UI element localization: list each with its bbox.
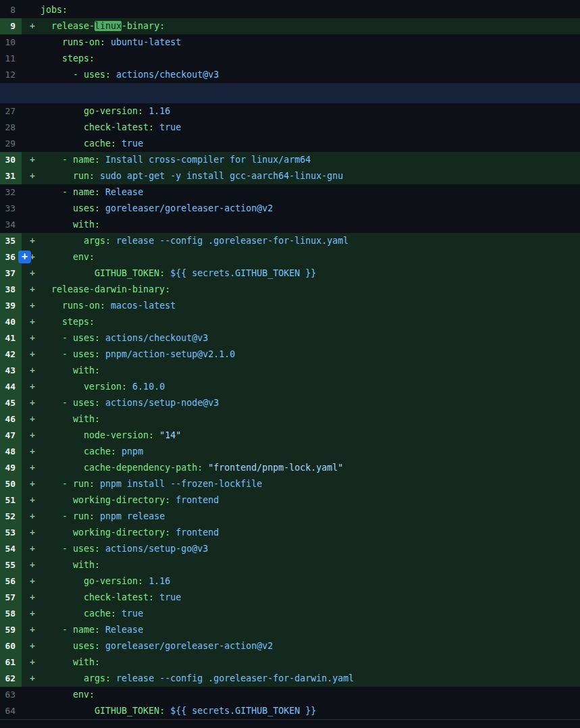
diff-marker bbox=[22, 2, 41, 18]
diff-line: 28 check-latest: true bbox=[0, 120, 580, 136]
yaml-key: with: bbox=[73, 560, 100, 570]
line-number[interactable]: 28 bbox=[0, 120, 22, 136]
code-content: cache: pnpm bbox=[41, 444, 143, 460]
line-number[interactable]: 50 bbox=[0, 476, 22, 492]
diff-line: 48+ cache: pnpm bbox=[0, 444, 580, 460]
yaml-value: macos-latest bbox=[111, 301, 176, 311]
separator-space bbox=[111, 70, 116, 80]
line-number[interactable]: 10 bbox=[0, 34, 22, 51]
yaml-key: check-latest: bbox=[84, 122, 154, 132]
separator-space bbox=[165, 706, 170, 716]
line-number[interactable]: 41 bbox=[0, 330, 22, 346]
line-number[interactable]: 53 bbox=[0, 525, 22, 541]
yaml-key: version: bbox=[84, 382, 127, 392]
indent-whitespace bbox=[41, 592, 84, 602]
diff-line: 10 runs-on: ubuntu-latest bbox=[0, 34, 580, 51]
yaml-value: pnpm bbox=[122, 446, 143, 457]
line-number[interactable]: 54 bbox=[0, 541, 22, 557]
separator-space bbox=[170, 495, 176, 505]
diff-marker bbox=[22, 201, 41, 217]
diff-marker: + bbox=[22, 346, 41, 363]
indent-whitespace bbox=[41, 70, 73, 80]
indent-whitespace bbox=[41, 138, 84, 149]
yaml-value: pnpm release bbox=[100, 511, 165, 521]
diff-marker: + bbox=[22, 395, 41, 411]
line-number[interactable]: 51 bbox=[0, 492, 22, 509]
line-number[interactable]: 8 bbox=[0, 2, 22, 18]
diff-line: 61+ with: bbox=[0, 654, 580, 671]
diff-marker: + bbox=[22, 573, 41, 590]
line-number[interactable]: 43 bbox=[0, 363, 22, 379]
line-number[interactable]: 59 bbox=[0, 622, 22, 638]
yaml-sequence-dash: - bbox=[62, 511, 73, 521]
line-number[interactable]: 33 bbox=[0, 201, 22, 217]
diff-line: 40+ steps: bbox=[0, 314, 580, 330]
line-number[interactable]: 49 bbox=[0, 460, 22, 476]
code-content: go-version: 1.16 bbox=[41, 103, 170, 120]
code-content: jobs: bbox=[41, 2, 68, 18]
code-content: check-latest: true bbox=[41, 120, 181, 136]
indent-whitespace bbox=[41, 511, 62, 521]
line-number[interactable]: 64 bbox=[0, 703, 22, 719]
line-number[interactable]: 60 bbox=[0, 638, 22, 654]
line-number[interactable]: 32 bbox=[0, 184, 22, 201]
line-number[interactable]: 52 bbox=[0, 509, 22, 525]
code-content: with: bbox=[41, 217, 100, 233]
line-number[interactable]: 40 bbox=[0, 314, 22, 330]
line-number[interactable]: 58 bbox=[0, 606, 22, 622]
diff-line: 27 go-version: 1.16 bbox=[0, 103, 580, 120]
separator-space bbox=[116, 138, 122, 149]
yaml-key: with: bbox=[73, 219, 100, 230]
yaml-sequence-dash: - bbox=[62, 333, 73, 343]
diff-line: 58+ cache: true bbox=[0, 606, 580, 622]
line-number[interactable]: 47 bbox=[0, 427, 22, 444]
code-content: - uses: actions/setup-go@v3 bbox=[41, 541, 208, 557]
line-number[interactable]: 12 bbox=[0, 67, 22, 83]
line-number[interactable]: 56 bbox=[0, 573, 22, 590]
line-number[interactable]: 57 bbox=[0, 590, 22, 606]
yaml-value: 1.16 bbox=[149, 576, 170, 586]
line-number[interactable]: 55 bbox=[0, 557, 22, 573]
yaml-value: true bbox=[122, 138, 143, 149]
line-number[interactable]: 42 bbox=[0, 346, 22, 363]
indent-whitespace bbox=[41, 382, 84, 392]
line-number[interactable]: 45 bbox=[0, 395, 22, 411]
line-number[interactable]: 11 bbox=[0, 51, 22, 67]
line-number[interactable]: 29 bbox=[0, 136, 22, 152]
diff-marker: + bbox=[22, 444, 41, 460]
yaml-sequence-dash: - bbox=[62, 398, 73, 408]
line-number[interactable]: 35 bbox=[0, 233, 22, 249]
collapsed-lines-expander[interactable] bbox=[0, 83, 580, 103]
line-number[interactable]: 9 bbox=[0, 18, 22, 34]
line-number[interactable]: 44 bbox=[0, 379, 22, 395]
diff-line: 44+ version: 6.10.0 bbox=[0, 379, 580, 395]
line-number[interactable]: 37 bbox=[0, 265, 22, 282]
line-number[interactable]: 62 bbox=[0, 671, 22, 687]
yaml-value: frontend bbox=[176, 495, 219, 505]
add-comment-button[interactable]: + bbox=[18, 251, 31, 263]
separator-space bbox=[100, 641, 105, 651]
yaml-key: GITHUB_TOKEN: bbox=[95, 268, 165, 278]
indent-whitespace bbox=[41, 155, 62, 165]
diff-marker bbox=[22, 103, 41, 120]
yaml-value: actions/setup-go@v3 bbox=[105, 544, 208, 554]
line-number[interactable]: 46 bbox=[0, 411, 22, 427]
line-number[interactable]: 61 bbox=[0, 654, 22, 671]
line-number[interactable]: 48 bbox=[0, 444, 22, 460]
line-number[interactable]: 30 bbox=[0, 152, 22, 168]
separator-space bbox=[154, 122, 159, 132]
line-number[interactable]: 39 bbox=[0, 298, 22, 314]
yaml-key: uses: bbox=[73, 349, 100, 359]
indent-whitespace bbox=[41, 171, 73, 181]
line-number[interactable]: 34 bbox=[0, 217, 22, 233]
line-number[interactable]: 38 bbox=[0, 282, 22, 298]
code-content: - name: Install cross-compiler for linux… bbox=[41, 152, 311, 168]
yaml-key: cache: bbox=[84, 608, 116, 619]
line-number[interactable]: 31 bbox=[0, 168, 22, 184]
code-content: env: bbox=[41, 687, 95, 703]
line-number[interactable]: 63 bbox=[0, 687, 22, 703]
yaml-value: pnpm/action-setup@v2.1.0 bbox=[105, 349, 235, 359]
code-content: with: bbox=[41, 363, 100, 379]
yaml-string-value: "frontend/pnpm-lock.yaml" bbox=[208, 463, 343, 473]
line-number[interactable]: 27 bbox=[0, 103, 22, 120]
